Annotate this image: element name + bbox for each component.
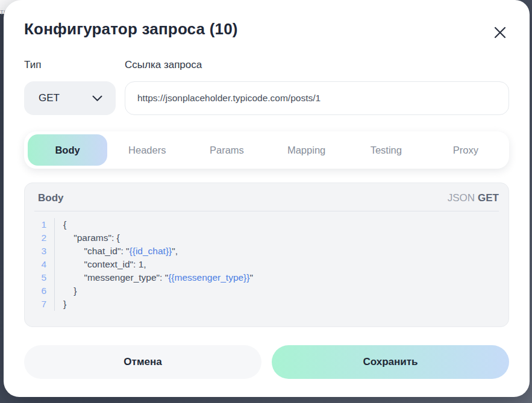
tab-bar: Body Headers Params Mapping Testing Prox… xyxy=(24,131,509,169)
request-configurator-modal: Конфигуратор запроса (10) Тип Ссылка зап… xyxy=(4,0,530,397)
code-text: } xyxy=(55,298,66,311)
method-select-value: GET xyxy=(39,92,60,104)
type-label: Тип xyxy=(24,59,125,71)
code-line: 5 "messenger_type": "{{messenger_type}}" xyxy=(25,271,509,284)
line-number: 1 xyxy=(25,218,55,231)
chevron-down-icon xyxy=(92,95,102,102)
code-line: 4 "context_id": 1, xyxy=(25,258,509,271)
template-variable: {{id_chat}} xyxy=(130,246,172,256)
body-editor-header: Body JSONGET xyxy=(34,183,499,211)
method-label: GET xyxy=(478,192,499,204)
line-number: 2 xyxy=(25,231,55,245)
code-text: "messenger_type": "{{messenger_type}}" xyxy=(55,271,253,284)
request-url-input[interactable] xyxy=(125,81,509,115)
modal-header: Конфигуратор запроса (10) xyxy=(24,20,509,42)
close-button[interactable] xyxy=(491,23,509,42)
tab-headers[interactable]: Headers xyxy=(107,134,187,166)
tab-body[interactable]: Body xyxy=(28,134,107,166)
tab-testing[interactable]: Testing xyxy=(346,134,426,166)
code-editor[interactable]: 1 { 2 "params": { 3 "chat_id": "{{id_cha… xyxy=(25,211,509,311)
method-select[interactable]: GET xyxy=(24,81,116,115)
url-label: Ссылка запроса xyxy=(125,59,202,71)
line-number: 6 xyxy=(25,284,55,298)
line-number: 3 xyxy=(25,245,55,258)
body-editor-title: Body xyxy=(38,192,64,204)
code-line: 2 "params": { xyxy=(25,231,509,245)
line-number: 7 xyxy=(25,298,55,311)
template-variable: {{messenger_type}} xyxy=(168,272,249,283)
code-line: 3 "chat_id": "{{id_chat}}", xyxy=(25,245,509,258)
line-number: 4 xyxy=(25,258,55,271)
code-text: "context_id": 1, xyxy=(55,258,146,271)
body-editor-meta: JSONGET xyxy=(448,192,499,204)
form-controls-row: GET xyxy=(24,81,509,115)
modal-title: Конфигуратор запроса (10) xyxy=(24,20,238,39)
code-line: 6 } xyxy=(25,284,509,298)
code-line: 1 { xyxy=(25,218,509,231)
cancel-button[interactable]: Отмена xyxy=(24,345,261,379)
tab-params[interactable]: Params xyxy=(187,134,266,166)
modal-footer: Отмена Сохранить xyxy=(24,345,509,379)
code-text: } xyxy=(55,284,77,298)
save-button[interactable]: Сохранить xyxy=(272,345,509,379)
code-line: 7 } xyxy=(25,298,509,311)
form-labels-row: Тип Ссылка запроса xyxy=(24,59,509,71)
tab-proxy[interactable]: Proxy xyxy=(426,134,505,166)
code-text: "chat_id": "{{id_chat}}", xyxy=(55,245,178,258)
close-icon xyxy=(493,25,507,40)
code-text: "params": { xyxy=(55,231,120,245)
tab-mapping[interactable]: Mapping xyxy=(267,134,346,166)
code-text: { xyxy=(55,218,66,231)
format-label: JSON xyxy=(448,192,475,204)
body-editor-panel: Body JSONGET 1 { 2 "params": { 3 "chat_i… xyxy=(24,183,509,327)
line-number: 5 xyxy=(25,271,55,284)
